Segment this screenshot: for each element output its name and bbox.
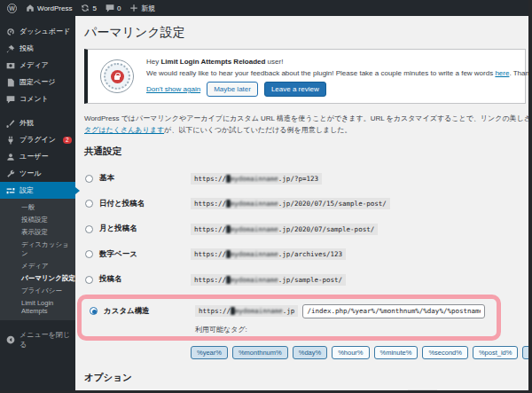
submenu-item-general[interactable]: 一般 — [0, 201, 75, 214]
redacted-domain: █mydomainname — [226, 200, 278, 208]
comments-icon — [6, 95, 15, 104]
permalink-option-plain: 基本 https://█mydomainname.jp/?p=123 — [84, 166, 532, 192]
submenu-item-writing[interactable]: 投稿設定 — [0, 214, 75, 226]
site-link[interactable]: WordPress — [26, 4, 72, 12]
sidebar-item-appearance[interactable]: 外観 — [0, 114, 75, 131]
new-content-button[interactable]: 新規 — [129, 4, 155, 13]
sidebar-item-users[interactable]: ユーザー — [0, 148, 75, 165]
sidebar-item-tools[interactable]: ツール — [0, 165, 75, 182]
radio-month-name[interactable] — [85, 225, 93, 233]
window-right-edge — [528, 0, 532, 393]
submenu-item-limit-login-attempts[interactable]: Limit Login Attempts — [0, 297, 75, 317]
submenu-item-reading[interactable]: 表示設定 — [0, 226, 75, 239]
comment-count: 0 — [117, 4, 121, 12]
sidebar-item-dashboard[interactable]: ダッシュボード — [0, 23, 75, 40]
admin-sidebar: ダッシュボード 投稿 メディア 固定ページ コメント 外観 プラグイン 2 ユー… — [0, 16, 75, 393]
tag-day-button[interactable]: %day% — [293, 346, 327, 359]
lock-icon — [114, 75, 120, 80]
redacted-domain: █mydomainname — [226, 225, 278, 233]
comments-indicator[interactable]: 0 — [106, 4, 121, 12]
update-count: 5 — [92, 4, 96, 12]
sidebar-item-posts[interactable]: 投稿 — [0, 40, 75, 57]
radio-numeric[interactable] — [85, 250, 93, 258]
site-name: WordPress — [37, 4, 72, 12]
sidebar-item-plugins[interactable]: プラグイン 2 — [0, 131, 75, 148]
media-icon — [6, 61, 15, 70]
collapse-menu-button[interactable]: メニューを閉じる — [0, 331, 75, 348]
redacted-domain: █mydomainname — [226, 175, 278, 183]
radio-plain[interactable] — [85, 175, 93, 183]
available-tags-link[interactable]: タグはたくさんあります — [84, 126, 164, 134]
submenu-item-privacy[interactable]: プライバシー — [0, 285, 75, 297]
home-icon — [26, 4, 35, 12]
admin-bar: W WordPress 5 0 新規 — [0, 0, 532, 16]
tag-minute-button[interactable]: %minute% — [374, 346, 419, 359]
custom-base-url: https://█mydomainname.jp — [195, 305, 298, 317]
permalink-option-numeric: 数字ベース https://█mydomainname.jp/archives/… — [84, 242, 532, 268]
page-icon — [6, 78, 15, 87]
radio-day-name[interactable] — [85, 200, 93, 208]
option-label: カスタム構造 — [104, 306, 195, 317]
example-url: https://█mydomainname.jp/2020/07/15/samp… — [191, 198, 390, 209]
collapse-arrow-icon — [6, 335, 15, 344]
example-url: https://█mydomainname.jp/?p=123 — [191, 173, 322, 185]
available-tags-label: 利用可能なタグ: — [195, 325, 497, 334]
tag-hour-button[interactable]: %hour% — [332, 346, 369, 359]
redacted-domain: █mydomainname — [226, 250, 278, 258]
sidebar-item-label: コメント — [20, 94, 49, 104]
permalink-option-day-name: 日付と投稿名 https://█mydomainname.jp/2020/07/… — [84, 192, 532, 217]
review-here-link[interactable]: here — [495, 69, 509, 77]
settings-icon — [6, 186, 15, 195]
sidebar-item-comments[interactable]: コメント — [0, 90, 75, 107]
wrench-icon — [6, 169, 15, 178]
sidebar-item-label: メディア — [20, 60, 49, 70]
radio-post-name[interactable] — [85, 276, 93, 284]
sidebar-item-pages[interactable]: 固定ページ — [0, 74, 75, 90]
sidebar-item-label: ユーザー — [20, 152, 48, 161]
tag-monthnum-button[interactable]: %monthnum% — [232, 346, 288, 359]
update-icon — [81, 4, 90, 12]
updates-indicator[interactable]: 5 — [81, 4, 96, 12]
submenu-item-permalinks[interactable]: パーマリンク設定 — [0, 272, 75, 285]
wordpress-logo-icon[interactable]: W — [7, 4, 17, 13]
custom-structure-input[interactable] — [302, 304, 485, 318]
plus-icon — [129, 4, 138, 12]
plug-icon — [6, 136, 15, 145]
dashboard-icon — [6, 28, 15, 36]
permalink-option-custom: カスタム構造 https://█mydomainname.jp — [89, 302, 497, 321]
plugin-update-badge: 2 — [63, 137, 72, 144]
submenu-item-media[interactable]: メディア — [0, 260, 75, 272]
redacted-domain: █mydomainname — [226, 276, 278, 284]
sidebar-item-label: プラグイン — [20, 135, 56, 145]
dont-show-again-link[interactable]: Don't show again — [146, 85, 200, 93]
tag-second-button[interactable]: %second% — [422, 346, 468, 359]
permalink-option-post-name: 投稿名 https://█mydomainname.jp/sample-post… — [84, 267, 532, 293]
maybe-later-button[interactable]: Maybe later — [207, 82, 258, 97]
sidebar-item-label: 外観 — [20, 118, 34, 128]
collapse-label: メニューを閉じる — [20, 330, 75, 350]
option-label: 日付と投稿名 — [99, 199, 191, 209]
tag-post-id-button[interactable]: %post_id% — [473, 346, 519, 359]
sidebar-item-media[interactable]: メディア — [0, 57, 75, 74]
sidebar-item-label: ツール — [20, 169, 41, 178]
radio-custom-structure[interactable] — [90, 307, 98, 315]
comment-bubble-icon — [106, 4, 114, 12]
notice-greeting: Hey Limit Login Attempts Reloaded user! — [146, 56, 532, 67]
example-url: https://█mydomainname.jp/sample-post/ — [191, 274, 346, 286]
tag-year-button[interactable]: %year% — [191, 346, 228, 359]
option-label: 投稿名 — [99, 274, 191, 285]
notice-message: We would really like to hear your feedba… — [146, 67, 532, 79]
new-label: 新規 — [141, 4, 155, 13]
page-title: パーマリンク設定 — [84, 25, 532, 41]
leave-review-button[interactable]: Leave a review — [264, 82, 326, 97]
sidebar-item-settings[interactable]: 設定 — [0, 182, 75, 199]
submenu-item-discussion[interactable]: ディスカッション — [0, 239, 75, 260]
intro-line2: タグはたくさんありますが、以下にいくつか試していただける例を用意しました。 — [84, 124, 532, 136]
sidebar-item-label: 設定 — [20, 185, 34, 195]
sidebar-item-label: 投稿 — [20, 43, 34, 53]
option-label: 数字ベース — [99, 249, 191, 260]
common-settings-heading: 共通設定 — [84, 145, 532, 158]
plugin-review-notice: Hey Limit Login Attempts Reloaded user! … — [84, 49, 526, 104]
example-url: https://█mydomainname.jp/archives/123 — [191, 248, 346, 260]
redacted-domain: █mydomainname — [231, 307, 283, 315]
